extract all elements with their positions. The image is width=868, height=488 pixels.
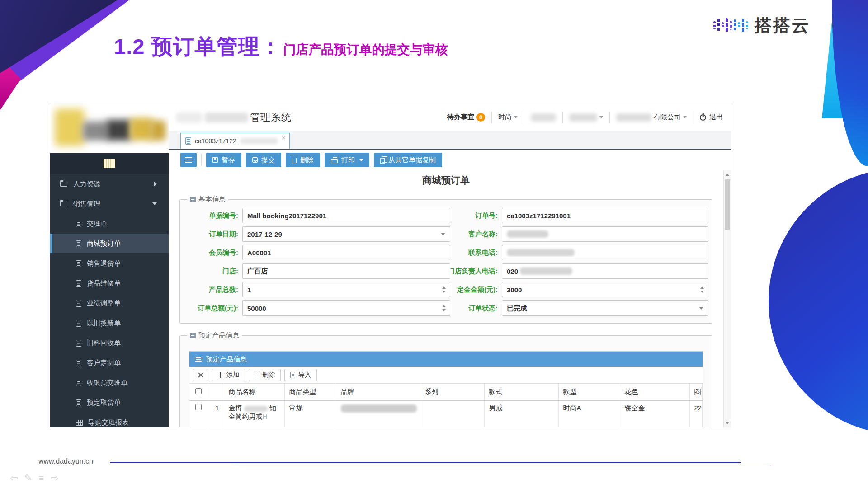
- sidebar-group-hr[interactable]: 人力资源: [50, 174, 169, 194]
- sidebar-item-material-recycle[interactable]: 旧料回收单: [50, 333, 169, 353]
- slide-title-main: 1.2 预订单管理：: [114, 33, 281, 61]
- import-button[interactable]: 导入: [284, 369, 317, 381]
- table-row[interactable]: 1 金樽 铂金简约男戒H 常规: [189, 401, 703, 427]
- slide: 1.2 预订单管理： 门店产品预订单的提交与审核 搭搭云 人力资源: [0, 0, 868, 488]
- qty-value: 1: [247, 286, 251, 294]
- product-table: 商品名称 商品类型 品牌 系列 款式 款型 花色 圈: [189, 384, 703, 427]
- sidebar-item-cashier-shift[interactable]: 收银员交班单: [50, 373, 169, 393]
- theme-menu[interactable]: 时尚: [498, 113, 518, 122]
- basic-info-title: 基本信息: [198, 195, 226, 204]
- spinner-icon[interactable]: [442, 305, 446, 311]
- sidebar-item-label: 预定取货单: [87, 399, 169, 407]
- sidebar-group-sales[interactable]: 销售管理: [50, 194, 169, 214]
- slide-title-sub: 门店产品预订单的提交与审核: [283, 41, 448, 58]
- doc-no-input[interactable]: Mall booking2017122901: [242, 208, 450, 223]
- row-checkbox[interactable]: [195, 404, 202, 410]
- total-stepper[interactable]: 50000: [242, 300, 450, 316]
- deposit-value: 3000: [507, 286, 522, 294]
- sidebar-item-trade-in[interactable]: 以旧换新单: [50, 313, 169, 333]
- column-model[interactable]: 款型: [558, 384, 620, 401]
- nav-pen-icon[interactable]: ✎: [24, 473, 33, 483]
- logout-label: 退出: [709, 113, 723, 122]
- decoration-bottom-right-circle: [769, 168, 868, 435]
- column-product-name[interactable]: 商品名称: [224, 384, 284, 401]
- decoration-top-left-navy: [0, 0, 118, 73]
- sidebar-item-mall-preorder[interactable]: 商城预订单: [50, 234, 169, 253]
- column-color[interactable]: 花色: [620, 384, 689, 401]
- sidebar-item-label: 旧料回收单: [87, 339, 169, 347]
- sidebar-item-performance-adjust[interactable]: 业绩调整单: [50, 293, 169, 313]
- nav-menu-icon[interactable]: ≡: [38, 473, 44, 483]
- column-brand[interactable]: 品牌: [336, 384, 420, 401]
- print-label: 打印: [341, 156, 355, 164]
- deposit-stepper[interactable]: 3000: [502, 282, 708, 297]
- footer-divider-line-light: [235, 465, 771, 465]
- expand-grid-button[interactable]: [193, 369, 208, 381]
- sidebar-collapse-strip[interactable]: [50, 153, 169, 174]
- member-no-label: 会员编号:: [187, 245, 242, 260]
- document-icon: [76, 360, 81, 366]
- column-ring-size[interactable]: 圈: [689, 384, 703, 401]
- logout-button[interactable]: 退出: [700, 113, 723, 122]
- sidebar-item-custom-order[interactable]: 客户定制单: [50, 353, 169, 373]
- report-grid-icon: [76, 420, 83, 426]
- sidebar-item-label: 以旧换新单: [87, 319, 169, 328]
- delete-row-button[interactable]: 删除: [249, 369, 281, 381]
- scroll-down-arrow[interactable]: [724, 419, 731, 427]
- role-menu-blurred[interactable]: [569, 113, 603, 122]
- status-select[interactable]: 已完成: [502, 300, 708, 316]
- user-name-blurred[interactable]: [531, 113, 556, 122]
- delete-button[interactable]: 删除: [286, 153, 320, 167]
- tab-label: ca1003z17122: [195, 137, 236, 145]
- sidebar-item-shift-form[interactable]: 交班单: [50, 214, 169, 234]
- sidebar-item-sales-return[interactable]: 销售退货单: [50, 253, 169, 273]
- nav-back-icon[interactable]: ⇦: [10, 473, 18, 483]
- sidebar-item-pickup-form[interactable]: 预定取货单: [50, 393, 169, 413]
- sidebar-item-repair[interactable]: 货品维修单: [50, 273, 169, 293]
- collapse-section-icon[interactable]: [190, 333, 196, 338]
- member-no-input[interactable]: A00001: [242, 245, 450, 260]
- customer-input[interactable]: [502, 226, 708, 242]
- spinner-icon[interactable]: [700, 286, 704, 293]
- store-label: 门店:: [187, 263, 242, 279]
- table-icon: [195, 357, 202, 362]
- todo-menu[interactable]: 待办事宜 0: [447, 113, 485, 122]
- cell-color: 镂空金: [620, 401, 689, 427]
- copy-from-other-button[interactable]: 从其它单据复制: [374, 153, 442, 167]
- column-product-type[interactable]: 商品类型: [284, 384, 336, 401]
- tab-close-icon[interactable]: ×: [282, 134, 286, 141]
- scrollbar-thumb[interactable]: [725, 179, 730, 230]
- submit-label: 提交: [261, 156, 275, 164]
- submit-button[interactable]: 提交: [246, 153, 281, 167]
- content-scrollbar[interactable]: [723, 170, 731, 427]
- document-content: 商城预订单 基本信息 单据编号: Mall booking2017122901 …: [169, 170, 723, 427]
- store-input[interactable]: 广百店: [242, 263, 450, 279]
- product-grid-panel: 预定产品信息 添加 删除: [189, 351, 703, 427]
- phone-input[interactable]: [502, 245, 708, 260]
- cell-product-name: 金樽 铂金简约男戒H: [224, 401, 284, 427]
- print-button[interactable]: 打印: [325, 153, 369, 167]
- sidebar-item-label: 货品维修单: [87, 279, 169, 288]
- list-menu-button[interactable]: [180, 153, 197, 167]
- select-all-checkbox[interactable]: [195, 388, 202, 394]
- column-series[interactable]: 系列: [420, 384, 484, 401]
- collapse-section-icon[interactable]: [190, 197, 196, 202]
- store-phone-input[interactable]: 020: [502, 263, 708, 279]
- chevron-down-icon[interactable]: [441, 233, 445, 235]
- add-row-button[interactable]: 添加: [212, 369, 245, 381]
- cell-series: [420, 401, 484, 427]
- tab-preorder-document[interactable]: ca1003z17122 ×: [180, 133, 290, 149]
- company-menu[interactable]: 有限公司: [616, 113, 687, 122]
- order-date-select[interactable]: 2017-12-29: [242, 226, 450, 242]
- spinner-icon[interactable]: [442, 286, 446, 293]
- qty-stepper[interactable]: 1: [242, 282, 450, 297]
- main-area: 管理系统 待办事宜 0 时尚: [169, 103, 731, 427]
- order-no-input[interactable]: ca1003z1712291001: [502, 208, 708, 223]
- save-draft-button[interactable]: 暂存: [206, 153, 241, 167]
- expand-icon: [198, 372, 203, 378]
- scroll-up-arrow[interactable]: [724, 171, 731, 178]
- nav-forward-icon[interactable]: ⇨: [50, 473, 58, 483]
- column-style[interactable]: 款式: [484, 384, 558, 401]
- sidebar-item-guide-shift-report[interactable]: 导购交班报表: [50, 413, 169, 427]
- chevron-down-icon[interactable]: [699, 307, 703, 310]
